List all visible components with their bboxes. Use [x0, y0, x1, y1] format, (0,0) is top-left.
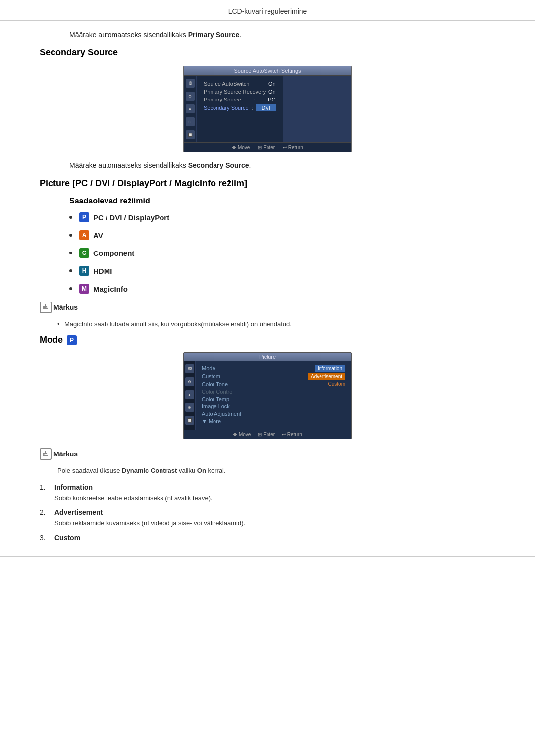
markus-note-2: Pole saadaval üksuse Dynamic Contrast va…	[57, 467, 495, 474]
markus-note-1: MagicInfo saab lubada ainult siis, kui v…	[57, 320, 495, 328]
svg-rect-2	[45, 304, 46, 306]
secondary-source-heading: Secondary Source	[40, 48, 495, 58]
content-area: Määrake automaatseks sisendallikaks Prim…	[0, 31, 535, 542]
pencil-icon-2	[42, 450, 50, 458]
page-title: LCD-kuvari reguleerimine	[228, 7, 307, 15]
mode-label-magicinfo: MagicInfo	[93, 285, 128, 293]
source-autoswitch-screen: Source AutoSwitch Settings 🖼 ⚙ ● ⊕ 🔲 Sou…	[183, 66, 352, 152]
sidebar-icon-1: 🖼	[186, 79, 195, 88]
picture-row-colorcontrol: Color Control	[202, 389, 345, 395]
numbered-item-1: 1. Information Sobib konkreetse teabe ed…	[40, 483, 495, 502]
mode-item-component: C Component	[69, 248, 495, 258]
item-1-title: Information	[54, 483, 93, 491]
secondary-source-desc: Määrake automaatseks sisendallikaks Seco…	[69, 161, 495, 169]
markus-icon-1	[40, 302, 52, 313]
screen-row-4: Secondary Source : DVI	[204, 104, 276, 111]
badge-a: A	[79, 230, 89, 240]
screen-spacer	[204, 113, 276, 131]
sidebar-icon-5: 🔲	[186, 130, 195, 139]
numbered-item-2: 2. Advertisement Sobib reklaamide kuvami…	[40, 508, 495, 527]
svg-rect-0	[43, 308, 48, 309]
badge-p: P	[79, 212, 89, 222]
picture-row-autoadj: Auto Adjustment	[202, 411, 345, 417]
picture-sidebar: 🖼 ⚙ ● ⊕ 🔲	[184, 361, 196, 430]
picture-screen: Picture 🖼 ⚙ ● ⊕ 🔲 Mode Information	[183, 352, 352, 439]
bullet-4	[69, 269, 72, 272]
mode-badge-p: P	[67, 335, 77, 345]
footer-enter: ⊞ Enter	[258, 145, 275, 150]
pf-move: ❖ Move	[233, 432, 251, 437]
numbered-item-3: 3. Custom	[40, 534, 495, 542]
mode-item-av: A AV	[69, 230, 495, 240]
bottom-border	[0, 556, 535, 557]
footer-move: ❖ Move	[232, 145, 250, 150]
saadaolevad-heading: Saadaolevad režiimid	[69, 197, 495, 205]
screen-body-with-sidebar: 🖼 ⚙ ● ⊕ 🔲 Source AutoSwitch On Primary S…	[184, 76, 351, 142]
badge-m: M	[79, 284, 89, 294]
screen-footer: ❖ Move ⊞ Enter ↩ Return	[184, 142, 351, 152]
screen-row-1: Source AutoSwitch On	[204, 81, 276, 87]
picture-row-mode: Mode Information	[202, 365, 345, 372]
markus-box-2: Märkus	[40, 448, 495, 460]
picture-body: 🖼 ⚙ ● ⊕ 🔲 Mode Information Custom	[184, 361, 351, 430]
mode-label-component: Component	[93, 249, 134, 257]
pencil-icon	[42, 303, 50, 311]
mode-heading: Mode P	[40, 335, 495, 345]
mode-item-pc: P PC / DVI / DisplayPort	[69, 212, 495, 222]
page-wrapper: LCD-kuvari reguleerimine Määrake automaa…	[0, 0, 535, 756]
picture-screenshot: Picture 🖼 ⚙ ● ⊕ 🔲 Mode Information	[40, 352, 495, 439]
mode-label-av: AV	[93, 231, 103, 240]
picture-row-imagelock: Image Lock	[202, 403, 345, 409]
ps-icon-2: ⚙	[185, 377, 194, 386]
screen-title: Source AutoSwitch Settings	[184, 66, 351, 76]
bullet-2	[69, 234, 72, 237]
modes-list: P PC / DVI / DisplayPort A AV C Componen…	[69, 212, 495, 294]
ps-icon-5: 🔲	[185, 416, 194, 425]
pf-return: ↩ Return	[282, 432, 302, 437]
markus-notes-1: MagicInfo saab lubada ainult siis, kui v…	[57, 320, 495, 328]
badge-h: H	[79, 266, 89, 276]
picture-footer: ❖ Move ⊞ Enter ↩ Return	[184, 430, 351, 439]
mode-item-hdmi: H HDMI	[69, 266, 495, 276]
top-border	[0, 0, 535, 0]
picture-row-more: ▼ More	[202, 418, 345, 424]
sidebar-icon-2: ⚙	[186, 92, 195, 101]
picture-main: Mode Information Custom Advertisement Co…	[196, 361, 351, 430]
bullet-3	[69, 252, 72, 254]
ps-icon-1: 🖼	[185, 364, 194, 373]
ps-icon-4: ⊕	[185, 403, 194, 412]
item-2-title: Advertisement	[54, 508, 103, 516]
screen-sidebar: 🖼 ⚙ ● ⊕ 🔲	[184, 76, 197, 142]
markus-icon-2	[40, 448, 52, 460]
sidebar-icon-3: ●	[186, 104, 195, 113]
bullet-1	[69, 216, 72, 219]
pf-enter: ⊞ Enter	[258, 432, 275, 437]
ps-icon-3: ●	[185, 390, 194, 399]
mode-label-hdmi: HDMI	[93, 267, 112, 275]
picture-section-heading: Picture [PC / DVI / DisplayPort / MagicI…	[40, 178, 495, 189]
picture-title-bar: Picture	[184, 353, 351, 361]
numbered-list: 1. Information Sobib konkreetse teabe ed…	[40, 483, 495, 542]
mode-label-pc: PC / DVI / DisplayPort	[93, 213, 169, 222]
screen-row-3: Primary Source : PC	[204, 97, 276, 102]
source-autoswitch-screenshot: Source AutoSwitch Settings 🖼 ⚙ ● ⊕ 🔲 Sou…	[40, 66, 495, 152]
screen-main-body: Source AutoSwitch On Primary Source Reco…	[197, 76, 283, 142]
sidebar-icon-4: ⊕	[186, 117, 195, 126]
picture-row-custom: Custom Advertisement	[202, 373, 345, 380]
mode-item-magicinfo: M MagicInfo	[69, 284, 495, 294]
item-2-desc: Sobib reklaamide kuvamiseks (nt videod j…	[54, 519, 245, 527]
picture-row-colortemp: Color Temp.	[202, 396, 345, 402]
item-3-title: Custom	[54, 534, 80, 542]
item-1-desc: Sobib konkreetse teabe edastamiseks (nt …	[54, 494, 213, 502]
mode-label: Mode	[40, 335, 63, 345]
footer-return: ↩ Return	[283, 145, 303, 150]
screen-row-2: Primary Source Recovery On	[204, 89, 276, 95]
intro-text-1: Määrake automaatseks sisendallikaks Prim…	[69, 31, 495, 39]
markus-label-2: Märkus	[54, 450, 78, 458]
markus-box-1: Märkus	[40, 302, 495, 313]
picture-row-colortone: Color Tone Custom	[202, 381, 345, 387]
page-header: LCD-kuvari reguleerimine	[0, 3, 535, 21]
bullet-5	[69, 287, 72, 290]
badge-c: C	[79, 248, 89, 258]
markus-label-1: Märkus	[54, 303, 78, 311]
